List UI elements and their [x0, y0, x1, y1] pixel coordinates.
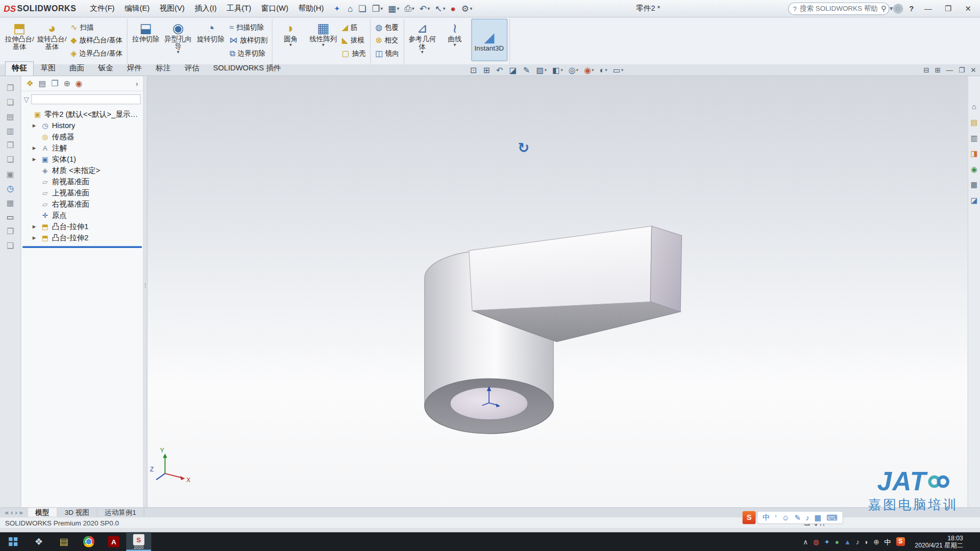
ribbon-button[interactable]: ⊗ 相交: [373, 34, 402, 47]
options-icon[interactable]: ⚙ ▾: [459, 2, 475, 14]
model-top-face[interactable]: [469, 226, 652, 310]
minimize-icon[interactable]: —: [920, 4, 936, 13]
tree-item-boss-extrude2[interactable]: ▶ ⬒ 凸台-拉伸2: [21, 233, 143, 244]
propertymanager-tab[interactable]: ▤: [38, 79, 46, 88]
tree-item-material[interactable]: ◈ 材质 <未指定>: [21, 165, 143, 176]
forum-icon[interactable]: ◪: [970, 196, 977, 205]
document-tab[interactable]: 模型: [28, 508, 58, 517]
ribbon-tab[interactable]: 特征: [5, 61, 34, 76]
ribbon-tab[interactable]: 草图: [34, 61, 62, 76]
search-icon[interactable]: ⚲: [881, 4, 887, 13]
ime-board-icon[interactable]: ▦: [815, 513, 822, 522]
dropdown-caret-icon[interactable]: ▾: [470, 6, 472, 11]
ribbon-button[interactable]: ◍ 包覆: [373, 20, 402, 34]
monitor-icon[interactable]: ▭: [4, 212, 17, 223]
dropdown-caret-icon[interactable]: ▾: [454, 42, 456, 47]
ribbon-button[interactable]: ◣ 拔模: [339, 34, 369, 47]
dropdown-caret-icon[interactable]: ▾: [605, 67, 607, 72]
dropdown-caret-icon[interactable]: ▾: [397, 6, 399, 11]
splitter-grip-icon[interactable]: ⁞: [144, 282, 146, 289]
ribbon-button[interactable]: ◢ Instant3D: [471, 19, 507, 61]
tree-item-annotations[interactable]: ▶ A 注解: [21, 142, 143, 154]
tree-item-history[interactable]: ▶ ◷ History: [21, 120, 143, 131]
new-document-icon[interactable]: ❏: [356, 2, 369, 14]
ime-punct-icon[interactable]: ’: [775, 513, 776, 522]
tree-filter-input[interactable]: [32, 94, 141, 105]
document-tab[interactable]: 3D 视图: [57, 508, 97, 517]
ribbon-tab[interactable]: 焊件: [120, 61, 149, 76]
ime-lang-icon[interactable]: 中: [763, 512, 770, 523]
panel-icon[interactable]: ❏: [4, 240, 17, 252]
menu-item[interactable]: 插入(I): [189, 1, 222, 15]
ribbon-button[interactable]: ⧉ 边界切除: [227, 47, 270, 60]
dropdown-caret-icon[interactable]: ▾: [322, 42, 325, 47]
ime-keyboard-icon[interactable]: ⌨: [826, 513, 837, 522]
ime-voice-icon[interactable]: ♪: [805, 513, 809, 522]
ribbon-button[interactable]: ∿ 扫描: [68, 20, 125, 34]
panel-icon[interactable]: ▦: [4, 197, 17, 209]
rollback-bar[interactable]: [22, 246, 142, 248]
open-icon[interactable]: ❐ ▾: [370, 2, 385, 14]
dropdown-caret-icon[interactable]: ▾: [576, 67, 578, 72]
graphics-viewport[interactable]: ↻ X Z Y: [148, 76, 968, 507]
ribbon-button[interactable]: ◢ 筋: [339, 20, 369, 34]
design-library-icon[interactable]: ▤: [970, 118, 977, 127]
user-avatar[interactable]: ☺: [893, 4, 903, 14]
dropdown-caret-icon[interactable]: ▾: [380, 6, 383, 11]
menu-item[interactable]: 工具(T): [222, 1, 256, 15]
ribbon-button[interactable]: ≈ 扫描切除: [227, 20, 270, 34]
menu-item[interactable]: 视图(V): [155, 1, 190, 15]
tray-icon[interactable]: ●: [835, 538, 839, 545]
display-style-icon[interactable]: ◧ ▾: [550, 65, 565, 74]
tray-chevron-icon[interactable]: ∧: [803, 538, 808, 546]
panel-icon[interactable]: ▥: [4, 126, 17, 137]
previous-view-icon[interactable]: ↶: [494, 65, 506, 74]
tree-item-right-plane[interactable]: ▱ 右视基准面: [21, 198, 143, 210]
menu-item[interactable]: 窗口(W): [256, 1, 293, 15]
tree-root-part[interactable]: ▣ 零件2 (默认<<默认>_显示状态 1>): [21, 109, 143, 120]
configurationmanager-tab[interactable]: ❐: [51, 79, 58, 88]
displaymanager-tab[interactable]: ◉: [76, 79, 83, 88]
undo-icon[interactable]: ↶ ▾: [417, 2, 432, 14]
zoom-fit-icon[interactable]: ⊡: [468, 65, 480, 74]
appearances-icon[interactable]: ◉: [971, 165, 977, 173]
ime-emoji-icon[interactable]: ☺: [781, 513, 789, 522]
dropdown-caret-icon[interactable]: ▾: [412, 6, 414, 11]
print-icon[interactable]: ⎙ ▾: [402, 2, 417, 15]
search-caret-icon[interactable]: ▾: [890, 5, 893, 13]
ribbon-button[interactable]: ⬒ 拉伸凸台/基体: [3, 19, 36, 50]
panel-icon[interactable]: ▤: [4, 111, 17, 122]
ribbon-button[interactable]: ◔ 旋转切除: [194, 19, 227, 43]
save-icon[interactable]: ▦ ▾: [385, 2, 402, 14]
clipboard-icon[interactable]: ❐: [4, 83, 17, 94]
ime-lang-indicator[interactable]: 中: [884, 537, 891, 546]
dropdown-caret-icon[interactable]: ▾: [427, 6, 430, 11]
expand-arrow-icon[interactable]: ▶: [33, 145, 38, 151]
mic-icon[interactable]: ♪: [856, 538, 860, 545]
clipboard-icon[interactable]: ❏: [4, 97, 17, 108]
dropdown-caret-icon[interactable]: ▾: [421, 50, 424, 55]
ime-pen-icon[interactable]: ✎: [794, 513, 800, 522]
tree-item-sensors[interactable]: ◎ 传感器: [21, 131, 143, 142]
start-button[interactable]: [0, 532, 26, 551]
document-tab[interactable]: 运动算例1: [97, 508, 144, 517]
tab-scroll-icon[interactable]: ‹: [11, 509, 13, 516]
select-icon[interactable]: ↖ ▾: [432, 2, 448, 14]
edit-appearance-icon[interactable]: ◉ ▾: [581, 65, 596, 74]
doc-close-icon[interactable]: ✕: [970, 66, 976, 74]
tree-item-top-plane[interactable]: ▱ 上视基准面: [21, 187, 143, 198]
file-explorer-icon[interactable]: ▤: [51, 532, 76, 551]
tree-item-front-plane[interactable]: ▱ 前视基准面: [21, 176, 143, 187]
ribbon-button[interactable]: ⋈ 放样切割: [227, 34, 270, 47]
tray-icon[interactable]: ▲: [844, 538, 851, 545]
ribbon-button[interactable]: ◕ 旋转凸台/基体: [36, 19, 68, 50]
dropdown-caret-icon[interactable]: ▾: [443, 6, 446, 11]
expand-arrow-icon[interactable]: ▶: [33, 123, 38, 128]
panel-overflow-chevron-icon[interactable]: ›: [136, 79, 138, 88]
expand-arrow-icon[interactable]: ▶: [33, 157, 38, 162]
view-settings-icon[interactable]: ▭ ▾: [610, 65, 626, 74]
model-end-face[interactable]: [650, 226, 681, 312]
file-explorer-icon[interactable]: ▥: [970, 134, 977, 142]
close-icon[interactable]: ✕: [960, 4, 976, 13]
solidworks-taskbar-icon[interactable]: S 2020: [126, 532, 151, 551]
